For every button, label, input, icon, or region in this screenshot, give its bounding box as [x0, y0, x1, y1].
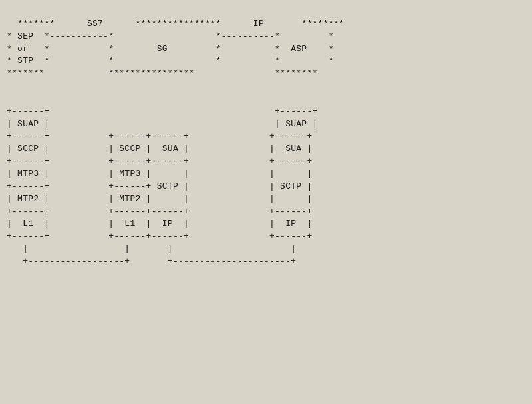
- protocol-stack-diagram: ******* SS7 **************** IP ********…: [7, 5, 525, 399]
- diagram-content: ******* SS7 **************** IP ********…: [7, 19, 344, 266]
